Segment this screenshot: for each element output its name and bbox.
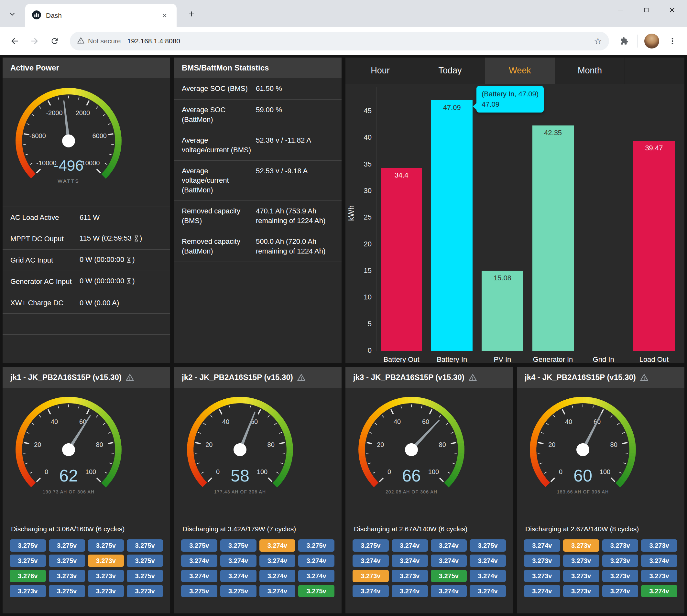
warning-icon: [77, 37, 85, 46]
cell-voltage-badge: 3.274v: [431, 540, 467, 552]
stat-label: Grid AC Input: [10, 256, 75, 265]
y-axis-tick-label: 40: [346, 133, 372, 141]
stat-label: Average SOC (BattMon): [182, 105, 251, 124]
battery-status-text: Discharging at 2.67A/140W (8 cycles): [525, 525, 684, 533]
hourglass-icon: [134, 235, 139, 243]
cell-voltage-badge: 3.274v: [431, 554, 467, 567]
chart-bar-battery-in[interactable]: [431, 100, 473, 351]
y-axis-tick-label: 0: [346, 346, 372, 355]
cell-voltage-badge: 3.274v: [392, 540, 428, 552]
energy-bar-chart: kWh (Battery In, 47.09) 47.09 0510152025…: [345, 84, 684, 362]
cell-voltage-badge: 3.274v: [259, 585, 296, 597]
svg-text:40: 40: [565, 418, 572, 425]
reload-button[interactable]: [45, 31, 65, 51]
url-text: 192.168.1.4:8080: [127, 37, 180, 45]
y-axis-tick-label: 20: [346, 240, 372, 248]
chart-tab-hour[interactable]: Hour: [345, 58, 415, 84]
new-tab-button[interactable]: [185, 7, 199, 21]
cell-voltage-badge: 3.275v: [352, 540, 389, 552]
stat-label: Average voltage/current (BattMon): [182, 166, 251, 195]
cell-voltage-badge: 3.273v: [641, 570, 677, 582]
battery-status-text: Discharging at 2.67A/140W (6 cycles): [354, 525, 513, 533]
browser-tab[interactable]: Dash: [25, 4, 177, 27]
battery-soc-gauge: 02040608010060183.66 AH OF 306 AH: [518, 391, 684, 515]
cell-voltage-badge: 3.275v: [181, 540, 217, 552]
forward-button[interactable]: [25, 31, 45, 51]
svg-text:0: 0: [387, 468, 391, 475]
tab-search-button[interactable]: [5, 8, 19, 21]
window-minimize-button[interactable]: [607, 0, 633, 20]
bar-value-label: 42.35: [532, 129, 574, 137]
cell-voltage-badge: 3.274v: [259, 540, 296, 552]
y-axis-tick-label: 30: [346, 186, 372, 195]
chart-bar-generator-in[interactable]: [532, 126, 574, 351]
hourglass-icon: [127, 257, 131, 265]
browser-menu-button[interactable]: [662, 31, 683, 51]
stat-value: 61.50 %: [251, 84, 334, 93]
back-button[interactable]: [4, 31, 25, 51]
battery-title-text: jk1 - JK_PB2A16S15P (v15.30): [10, 373, 122, 382]
warning-icon: [468, 373, 477, 382]
tooltip-line-1: (Battery In, 47.09): [481, 89, 539, 99]
window-close-button[interactable]: [659, 0, 685, 20]
svg-text:80: 80: [439, 441, 446, 448]
battery-soc-gauge: 02040608010066202.05 AH OF 306 AH: [347, 391, 513, 515]
chart-tab-week[interactable]: Week: [485, 58, 555, 84]
puzzle-icon: [620, 37, 628, 45]
cell-voltage-badge: 3.274v: [524, 540, 560, 552]
svg-text:60: 60: [422, 418, 429, 425]
extensions-button[interactable]: [614, 31, 634, 51]
stat-row: AC Load Active611 W: [3, 206, 170, 228]
svg-text:40: 40: [394, 418, 401, 425]
cell-voltage-badge: 3.274v: [220, 570, 257, 582]
cell-voltage-badge: 3.273v: [602, 540, 639, 552]
cell-voltage-badge: 3.273v: [602, 570, 639, 582]
stat-row-empty: [3, 313, 170, 335]
cell-voltage-badge: 3.274v: [470, 570, 506, 582]
address-bar[interactable]: Not secure 192.168.1.4:8080 ☆: [70, 32, 609, 50]
browser-window: Dash Not secure: [0, 0, 687, 616]
svg-text:177.43 AH OF 306 AH: 177.43 AH OF 306 AH: [214, 489, 266, 494]
x-axis-label-battery-out: Battery Out: [375, 355, 427, 363]
chart-bar-load-out[interactable]: [633, 141, 675, 351]
window-maximize-button[interactable]: [633, 0, 659, 20]
bookmark-star-icon[interactable]: ☆: [594, 36, 602, 47]
stat-row: Removed capacity (BattMon)500.0 Ah (720.…: [174, 231, 342, 262]
active-power-gauge-dial: -10000-6000-20002000600010000-496WATTS: [4, 82, 133, 206]
cell-voltage-badge: 3.273v: [352, 570, 389, 582]
stat-value: 52.53 v / -9.18 A: [251, 166, 334, 176]
battery-soc-gauge: 02040608010062190.73 AH OF 306 AH: [4, 391, 170, 515]
y-axis-tick-label: 15: [346, 266, 372, 275]
tooltip-line-2: 47.09: [481, 99, 539, 110]
active-power-gauge: -10000-6000-20002000600010000-496WATTS: [4, 82, 170, 206]
panel-title-text: Active Power: [10, 63, 59, 72]
cell-voltage-badge: 3.275v: [220, 540, 257, 552]
chart-tab-month[interactable]: Month: [555, 58, 625, 84]
forward-arrow-icon: [30, 36, 40, 46]
cell-voltage-badge: 3.273v: [563, 540, 599, 552]
svg-text:100: 100: [257, 468, 267, 475]
chart-bar-battery-out[interactable]: [381, 168, 422, 351]
chart-bar-pv-in[interactable]: [481, 271, 523, 351]
chevron-down-icon: [9, 10, 16, 18]
browser-toolbar: Not secure 192.168.1.4:8080 ☆: [0, 27, 687, 55]
cell-voltage-badge: 3.274v: [259, 570, 296, 582]
svg-text:0: 0: [559, 468, 562, 475]
stat-row: Grid AC Input0 W (00:00:00): [3, 249, 170, 271]
stat-value: 0 W (00:00:00): [75, 256, 163, 265]
chart-tab-today[interactable]: Today: [415, 58, 485, 84]
battery-soc-gauge-dial: 02040608010060183.66 AH OF 306 AH: [518, 391, 647, 515]
battery-panel-title: jk4 - JK_PB2A16S15P (v15.30): [517, 367, 684, 388]
x-axis-label-generator-in: Generator In: [527, 355, 579, 363]
cell-voltage-grid: 3.275v3.274v3.274v3.275v3.274v3.274v3.27…: [352, 540, 506, 597]
cell-voltage-badge: 3.275v: [49, 554, 85, 567]
stat-label: MPPT DC Ouput: [10, 235, 75, 243]
stat-value: 500.0 Ah (720.0 Ah remaining of 1224 Ah): [251, 237, 334, 256]
stat-value: 59.00 %: [251, 105, 334, 115]
battery-title-text: jk4 - JK_PB2A16S15P (v15.30): [524, 373, 636, 382]
cell-voltage-badge: 3.274v: [220, 554, 257, 567]
profile-avatar[interactable]: [644, 34, 659, 48]
plus-icon: [187, 10, 196, 19]
tab-close-button[interactable]: [159, 10, 170, 21]
cell-voltage-badge: 3.274v: [298, 554, 335, 567]
